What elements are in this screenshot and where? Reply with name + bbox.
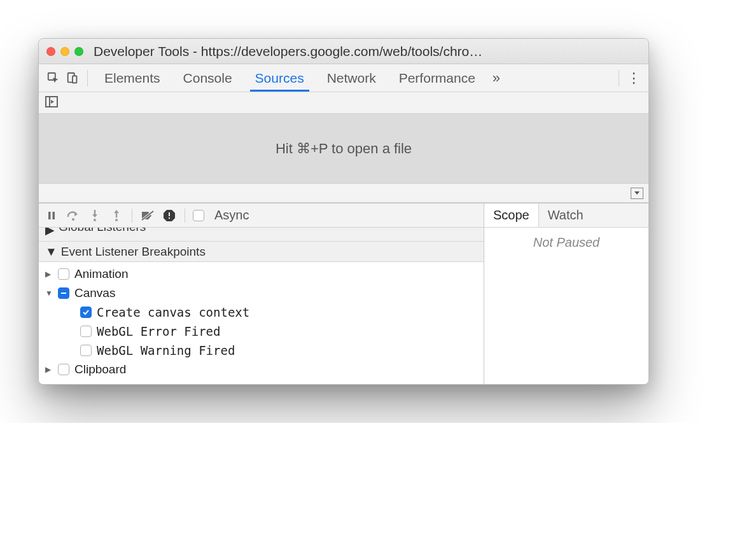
debugger-left-pane: Async ▶ Global Listeners ▼ Event Listene… (39, 204, 484, 384)
tab-sources[interactable]: Sources (244, 64, 316, 92)
webgl-warning-checkbox[interactable] (80, 345, 92, 356)
svg-rect-14 (61, 293, 66, 294)
clipboard-checkbox[interactable] (58, 364, 69, 375)
animation-checkbox[interactable] (58, 268, 69, 280)
pause-on-exceptions-icon[interactable] (162, 208, 177, 223)
not-paused-message: Not Paused (484, 228, 648, 258)
show-navigator-icon[interactable] (45, 96, 58, 110)
event-listener-tree: ▶ Animation ▼ Canvas ▶ Create can (39, 262, 484, 384)
zoom-window-button[interactable] (74, 47, 83, 56)
inspect-element-icon[interactable] (44, 69, 63, 88)
svg-rect-5 (48, 212, 51, 219)
device-toolbar-icon[interactable] (63, 69, 82, 88)
canvas-checkbox[interactable] (58, 287, 69, 299)
category-canvas[interactable]: ▼ Canvas (39, 284, 484, 303)
toolbar-separator-2 (185, 209, 185, 223)
tab-elements[interactable]: Elements (93, 64, 172, 92)
tab-watch[interactable]: Watch (539, 204, 592, 227)
triangle-right-icon: ▶ (45, 270, 53, 279)
tabbar-divider-right (619, 70, 619, 86)
tab-network[interactable]: Network (316, 64, 388, 92)
event-listener-breakpoints-header[interactable]: ▼ Event Listener Breakpoints (39, 242, 484, 262)
toolbar-separator (132, 209, 132, 223)
devtools-tabbar: Elements Console Sources Network Perform… (39, 64, 648, 92)
tab-console[interactable]: Console (172, 64, 244, 92)
pause-icon[interactable] (44, 208, 59, 223)
drawer-minibar (39, 184, 648, 203)
close-window-button[interactable] (46, 47, 55, 56)
debugger-right-pane: Scope Watch Not Paused (484, 204, 648, 384)
window-titlebar: Developer Tools - https://developers.goo… (39, 39, 648, 64)
category-clipboard[interactable]: ▶ Clipboard (39, 360, 484, 379)
item-create-canvas-context[interactable]: ▶ Create canvas context (39, 303, 484, 322)
create-canvas-context-checkbox[interactable] (80, 307, 92, 318)
clipboard-label: Clipboard (74, 362, 126, 376)
traffic-lights (46, 47, 83, 56)
async-checkbox[interactable] (193, 210, 204, 221)
expand-drawer-icon[interactable] (631, 188, 643, 199)
kebab-menu-icon[interactable]: ⋮ (624, 69, 643, 88)
webgl-warning-label: WebGL Warning Fired (97, 343, 235, 357)
step-out-icon[interactable] (109, 208, 124, 223)
svg-point-7 (72, 218, 74, 221)
webgl-error-checkbox[interactable] (80, 326, 92, 337)
step-into-icon[interactable] (87, 208, 102, 223)
item-webgl-error-fired[interactable]: ▶ WebGL Error Fired (39, 322, 484, 341)
create-canvas-context-label: Create canvas context (97, 305, 249, 319)
animation-label: Animation (74, 267, 129, 281)
devtools-window: Developer Tools - https://developers.goo… (38, 38, 649, 385)
triangle-right-icon: ▶ (45, 228, 55, 237)
tab-performance[interactable]: Performance (388, 64, 487, 92)
step-over-icon[interactable] (66, 208, 81, 223)
right-pane-tabs: Scope Watch (484, 204, 648, 228)
open-file-hint: Hit ⌘+P to open a file (39, 114, 648, 184)
triangle-right-icon: ▶ (45, 365, 53, 374)
minimize-window-button[interactable] (60, 47, 69, 56)
hint-text: Hit ⌘+P to open a file (276, 141, 412, 157)
webgl-error-label: WebGL Error Fired (97, 324, 220, 338)
svg-rect-6 (53, 212, 55, 219)
svg-point-9 (115, 219, 118, 221)
global-listeners-label: Global Listeners (59, 228, 146, 234)
tabbar-divider (87, 70, 88, 86)
tab-scope[interactable]: Scope (484, 204, 539, 227)
canvas-label: Canvas (74, 286, 115, 300)
debugger-toolbar: Async (39, 204, 484, 228)
triangle-down-icon: ▼ (45, 245, 57, 259)
debugger-split: Async ▶ Global Listeners ▼ Event Listene… (39, 203, 648, 384)
elb-label: Event Listener Breakpoints (61, 245, 206, 259)
window-title: Developer Tools - https://developers.goo… (94, 44, 641, 59)
svg-point-8 (94, 219, 96, 221)
deactivate-breakpoints-icon[interactable] (140, 208, 155, 223)
svg-rect-13 (169, 217, 170, 219)
svg-rect-2 (73, 76, 76, 83)
async-label: Async (214, 208, 249, 223)
more-tabs-icon[interactable]: » (487, 69, 506, 88)
sources-subbar (39, 92, 648, 114)
category-animation[interactable]: ▶ Animation (39, 265, 484, 284)
triangle-down-icon: ▼ (45, 289, 53, 298)
item-webgl-warning-fired[interactable]: ▶ WebGL Warning Fired (39, 341, 484, 360)
global-listeners-header[interactable]: ▶ Global Listeners (39, 228, 484, 242)
svg-rect-12 (169, 212, 170, 216)
